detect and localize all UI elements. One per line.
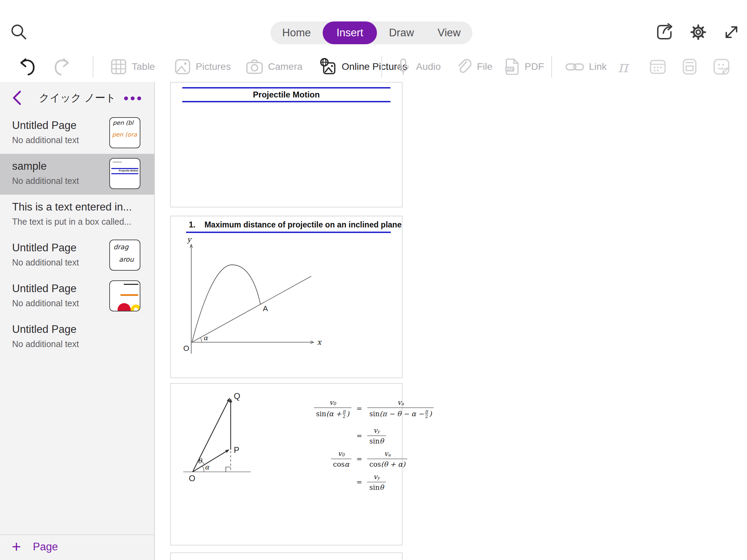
share-icon [656,23,674,41]
blue-rule [182,87,390,88]
tab-draw[interactable]: Draw [377,21,426,44]
table-label: Table [132,61,155,72]
thumb-text: drag [113,243,129,251]
alpha-arc [202,466,204,472]
page-list-item[interactable]: This is a text entered in... The text is… [0,195,154,235]
alpha-label: α [203,334,208,342]
tab-home[interactable]: Home [270,21,323,44]
redo-icon [51,57,71,77]
tab-draw-label: Draw [389,27,414,39]
share-button[interactable] [656,23,674,41]
pictures-icon [174,58,191,75]
x-axis-label: x [317,338,322,346]
search-button[interactable] [9,22,28,41]
audio-button[interactable]: Audio [395,51,441,82]
pdf-icon: PDF [504,58,520,76]
thumb-text: pen (bl [113,119,133,126]
thumb-text: arou [119,255,134,263]
page-list-item-selected[interactable]: sample No additional text Projectile Mot… [0,154,154,195]
alpha-label: α [205,463,210,471]
undo-button[interactable] [18,57,38,77]
page-list-item[interactable]: Untitled Page No additional text [0,317,154,358]
toolbar-divider [381,56,382,77]
trajectory-curve [192,265,260,342]
camera-icon [246,58,264,75]
note-card-next[interactable] [170,552,403,560]
pictures-button[interactable]: Pictures [174,51,231,82]
note-card-title[interactable]: Projectile Motion [170,82,403,207]
ellipsis-icon [124,96,128,100]
tab-view[interactable]: View [426,21,472,44]
table-icon [110,58,127,75]
thumb-date-smudge [113,161,122,163]
blue-rule [186,232,391,233]
page-thumbnail [109,280,140,311]
thumb-stroke [118,303,131,311]
camera-button[interactable]: Camera [246,51,303,82]
note-card-figure2[interactable]: Q P O θ α v0 sin(α + π2) = va sin(π [170,383,403,545]
audio-label: Audio [416,61,441,72]
equals-sign: = [351,478,367,486]
ribbon-tab-bar: Home Insert Draw View [270,21,472,44]
meeting-details-button[interactable] [649,51,667,82]
page-subtitle: No additional text [12,298,79,308]
pdf-button[interactable]: PDF PDF [504,51,544,82]
file-button[interactable]: File [455,51,492,82]
redo-button[interactable] [51,57,71,77]
y-axis-label: y [187,236,192,244]
equals-sign: = [351,432,367,440]
fullscreen-button[interactable] [722,23,741,41]
point-a-label: A [263,304,268,313]
right-angle-mark [226,467,231,472]
origin-label: O [189,474,195,483]
add-page-label: Page [33,541,58,553]
undo-icon [18,57,38,77]
gear-icon [689,23,708,41]
page-thumbnail: drag arou [109,240,140,271]
page-title: This is a text entered in... [12,201,132,213]
camera-label: Camera [268,61,303,72]
tab-view-label: View [437,27,461,39]
page-title: Untitled Page [12,119,76,132]
note-canvas: Projectile Motion 1.Maximum distance of … [155,82,747,560]
link-button[interactable]: Link [565,51,607,82]
app-bar: Home Insert Draw View [0,0,747,51]
settings-button[interactable] [689,23,708,41]
page-subtitle: No additional text [12,135,79,145]
toolbar-divider [93,56,93,77]
math-icon: π [618,57,628,77]
table-button[interactable]: Table [110,51,155,82]
theta-label: θ [198,457,203,465]
origin-label: O [183,344,189,353]
page-list-item[interactable]: Untitled Page No additional text [0,276,154,317]
stickers-button[interactable] [712,51,730,82]
add-page-button[interactable]: + Page [0,535,154,560]
equation-block: v0 sin(α + π2) = va sin(π − θ − α − π2) … [292,398,434,496]
point-q-label: Q [234,391,240,401]
equation-row: = vy sin θ [292,426,434,445]
page-list-item[interactable]: Untitled Page No additional text pen (bl… [0,113,154,154]
page-subtitle: No additional text [12,258,79,268]
tab-insert[interactable]: Insert [323,21,377,44]
sidebar-header: クイック ノート [0,85,155,110]
toolbar-divider [551,56,552,77]
thumb-text: Projectile Motion [110,169,138,172]
thumb-stroke [131,305,140,311]
name-tag-icon [681,58,699,76]
equation-row: v0 sin(α + π2) = va sin(π − θ − α − π2) [292,398,434,419]
sticker-icon [712,58,730,76]
projectile-trajectory-figure: y x O A α [181,236,322,365]
thumb-text: pen (ora [112,131,137,138]
pdf-badge: PDF [506,67,513,71]
more-options-button[interactable] [124,96,141,100]
note-card-figure1[interactable]: 1.Maximum distance of projectile on an i… [170,216,403,378]
page-list-item[interactable]: Untitled Page No additional text drag ar… [0,235,154,276]
section-heading: 1.Maximum distance of projectile on an i… [189,220,402,230]
online-pictures-button[interactable]: Online Pictures [319,51,407,82]
name-tag-button[interactable] [681,51,699,82]
thumb-rule [111,168,138,169]
pdf-label: PDF [525,61,544,72]
pictures-label: Pictures [196,61,231,72]
math-button[interactable]: π [618,51,628,82]
insert-ribbon: Table Pictures Camera Online Pictures [0,51,747,82]
